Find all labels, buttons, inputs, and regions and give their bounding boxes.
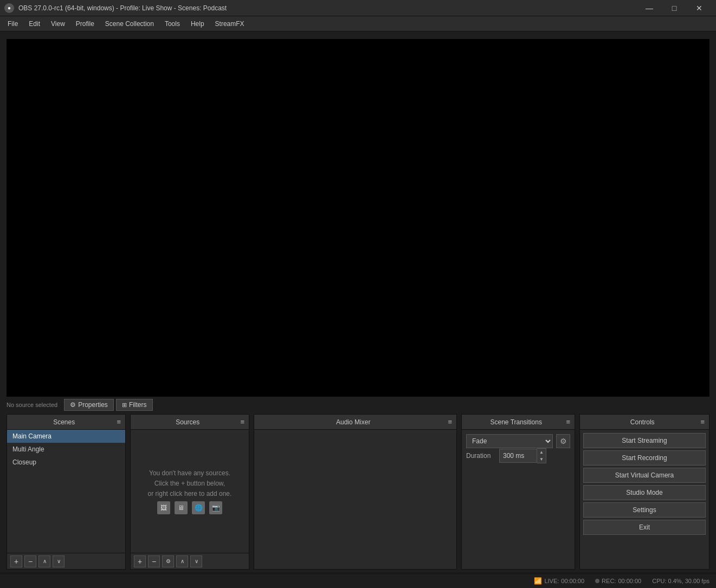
rec-label: REC: (602, 578, 616, 584)
start-streaming-button[interactable]: Start Streaming (583, 433, 706, 448)
gear-icon: ⚙ (70, 401, 76, 409)
filters-button[interactable]: ⊞ Filters (116, 399, 153, 411)
audio-panel-header: Audio Mixer ≡ (254, 415, 456, 430)
cpu-label: CPU: 0.4%, 30.00 fps (652, 578, 709, 584)
sources-panel-menu-icon[interactable]: ≡ (240, 418, 244, 426)
scene-item-closeup[interactable]: Closeup (7, 456, 125, 469)
duration-row: Duration ▲ ▼ (466, 448, 570, 463)
start-recording-button[interactable]: Start Recording (583, 450, 706, 466)
rec-status: REC: 00:00:00 (595, 578, 641, 584)
menu-help[interactable]: Help (185, 18, 210, 30)
duration-label: Duration (466, 452, 496, 460)
scenes-panel-menu-icon[interactable]: ≡ (117, 418, 121, 426)
preview-canvas (7, 39, 709, 397)
scenes-add-button[interactable]: + (10, 555, 22, 567)
cpu-status: CPU: 0.4%, 30.00 fps (652, 578, 709, 584)
transitions-panel: Scene Transitions ≡ Fade Cut Swipe Slide… (461, 414, 575, 570)
scenes-down-button[interactable]: ∨ (53, 555, 64, 567)
scenes-up-button[interactable]: ∧ (38, 555, 50, 567)
sources-gear-button[interactable]: ⚙ (162, 555, 174, 567)
sources-toolbar: + − ⚙ ∧ ∨ (131, 553, 249, 569)
controls-panel-title: Controls (584, 418, 700, 426)
duration-down-button[interactable]: ▼ (537, 456, 546, 463)
exit-button[interactable]: Exit (583, 520, 706, 535)
display-source-icon: 🖥 (175, 501, 188, 514)
duration-input-wrap: ▲ ▼ (499, 448, 570, 463)
menu-tools[interactable]: Tools (159, 18, 185, 30)
scenes-remove-button[interactable]: − (24, 555, 36, 567)
duration-input[interactable] (499, 449, 537, 463)
scenes-panel-title: Scenes (11, 418, 117, 426)
controls-panel-menu-icon[interactable]: ≡ (700, 418, 705, 426)
rec-time: 00:00:00 (618, 578, 641, 584)
sources-type-icons: 🖼 🖥 🌐 📷 (157, 501, 222, 514)
audio-panel-menu-icon[interactable]: ≡ (448, 418, 452, 426)
transitions-panel-title: Scene Transitions (466, 418, 566, 426)
sources-remove-button[interactable]: − (148, 555, 160, 567)
duration-spinners: ▲ ▼ (537, 448, 546, 463)
titlebar-title: OBS 27.0.0-rc1 (64-bit, windows) - Profi… (18, 4, 637, 12)
studio-mode-button[interactable]: Studio Mode (583, 485, 706, 500)
transitions-panel-header: Scene Transitions ≡ (462, 415, 575, 430)
transition-select[interactable]: Fade Cut Swipe Slide (466, 434, 553, 448)
bottom-section: No source selected ⚙ Properties ⊞ Filter… (0, 397, 716, 588)
menu-profile[interactable]: Profile (70, 18, 100, 30)
main-layout: ● OBS 27.0.0-rc1 (64-bit, windows) - Pro… (0, 0, 716, 588)
close-button[interactable]: ✕ (687, 0, 712, 16)
menu-scene-collection[interactable]: Scene Collection (100, 18, 159, 30)
scene-item-main-camera[interactable]: Main Camera (7, 430, 125, 443)
properties-label: Properties (78, 401, 108, 409)
menu-file[interactable]: File (2, 18, 23, 30)
filter-icon: ⊞ (122, 402, 127, 409)
titlebar-controls: — □ ✕ (637, 0, 712, 16)
rec-dot (595, 579, 599, 583)
sources-empty-text: You don't have any sources. Click the + … (148, 468, 232, 500)
duration-up-button[interactable]: ▲ (537, 449, 546, 456)
properties-button[interactable]: ⚙ Properties (64, 399, 114, 411)
live-label: LIVE: (544, 578, 559, 584)
sources-add-button[interactable]: + (134, 555, 146, 567)
transitions-panel-menu-icon[interactable]: ≡ (566, 418, 570, 426)
sources-up-button[interactable]: ∧ (176, 555, 188, 567)
camera-source-icon: 📷 (209, 501, 222, 514)
sources-down-button[interactable]: ∨ (190, 555, 202, 567)
live-status: 📶 LIVE: 00:00:00 (534, 577, 584, 585)
sources-body[interactable]: You don't have any sources. Click the + … (131, 430, 249, 553)
no-source-label: No source selected (7, 402, 57, 408)
sources-panel: Sources ≡ You don't have any sources. Cl… (130, 414, 249, 570)
sources-panel-header: Sources ≡ (131, 415, 249, 430)
obs-icon: ● (4, 3, 14, 13)
scenes-panel: Scenes ≡ Main Camera Multi Angle Closeup… (7, 414, 126, 570)
menu-streamfx[interactable]: StreamFX (210, 18, 250, 30)
minimize-button[interactable]: — (637, 0, 662, 16)
scenes-list: Main Camera Multi Angle Closeup (7, 430, 125, 553)
controls-panel: Controls ≡ Start Streaming Start Recordi… (579, 414, 709, 570)
transition-select-row: Fade Cut Swipe Slide ⚙ (466, 434, 570, 448)
scenes-panel-header: Scenes ≡ (7, 415, 125, 430)
controls-panel-header: Controls ≡ (580, 415, 709, 430)
menubar: File Edit View Profile Scene Collection … (0, 16, 716, 31)
preview-area (0, 31, 716, 397)
menu-view[interactable]: View (46, 18, 70, 30)
sources-panel-title: Sources (135, 418, 240, 426)
menu-edit[interactable]: Edit (23, 18, 46, 30)
browser-source-icon: 🌐 (192, 501, 205, 514)
maximize-button[interactable]: □ (662, 0, 687, 16)
scenes-toolbar: + − ∧ ∨ (7, 553, 125, 569)
audio-mixer-body (254, 430, 456, 569)
statusbar-bottom: 📶 LIVE: 00:00:00 REC: 00:00:00 CPU: 0.4%… (0, 573, 716, 588)
filters-label: Filters (129, 401, 147, 409)
live-time: 00:00:00 (561, 578, 584, 584)
audio-panel: Audio Mixer ≡ (254, 414, 457, 570)
titlebar: ● OBS 27.0.0-rc1 (64-bit, windows) - Pro… (0, 0, 716, 16)
transition-gear-button[interactable]: ⚙ (556, 434, 570, 448)
scene-item-multi-angle[interactable]: Multi Angle (7, 443, 125, 456)
transitions-body: Fade Cut Swipe Slide ⚙ Duration ▲ (462, 430, 575, 569)
live-wave-icon: 📶 (534, 577, 542, 585)
audio-panel-title: Audio Mixer (259, 418, 448, 426)
controls-body: Start Streaming Start Recording Start Vi… (580, 430, 709, 569)
image-source-icon: 🖼 (157, 501, 170, 514)
start-virtual-camera-button[interactable]: Start Virtual Camera (583, 468, 706, 483)
settings-button[interactable]: Settings (583, 502, 706, 518)
bottom-panels: Scenes ≡ Main Camera Multi Angle Closeup… (0, 411, 716, 573)
